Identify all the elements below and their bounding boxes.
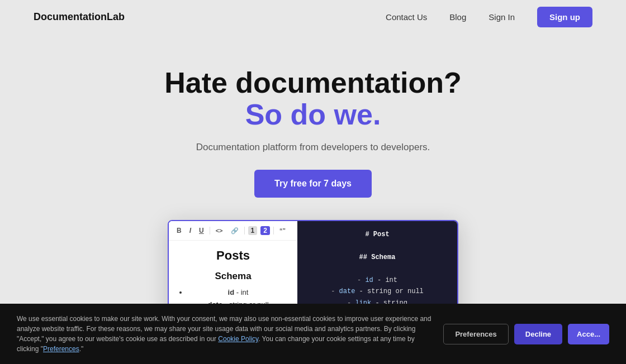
editor-toolbar: B I U <> 🔗 1 2 “” <box>169 221 297 241</box>
preferences-link-inline[interactable]: Preferences <box>43 345 79 353</box>
cookie-actions: Preferences Decline Acce... <box>443 324 609 344</box>
editor-subheading: Schema <box>178 271 288 282</box>
toolbar-link[interactable]: 🔗 <box>229 226 241 236</box>
navbar: DocumentationLab Contact Us Blog Sign In… <box>0 0 626 33</box>
list-item: id - int <box>188 286 288 299</box>
nav-contact-us[interactable]: Contact Us <box>386 12 427 22</box>
nav-sign-in[interactable]: Sign In <box>489 12 515 22</box>
toolbar-underline[interactable]: U <box>197 226 206 236</box>
toolbar-code[interactable]: <> <box>214 226 225 235</box>
cta-try-free-button[interactable]: Try free for 7 days <box>254 170 372 198</box>
toolbar-italic[interactable]: I <box>187 226 193 236</box>
editor-heading: Posts <box>178 248 288 263</box>
toolbar-bold[interactable]: B <box>174 226 184 236</box>
code-line: - date - string or null <box>306 286 448 297</box>
toolbar-separator-1 <box>210 227 210 234</box>
toolbar-separator-3 <box>273 227 274 234</box>
nav-blog[interactable]: Blog <box>449 12 466 22</box>
toolbar-separator-2 <box>244 227 245 234</box>
code-line <box>306 241 448 252</box>
site-logo[interactable]: DocumentationLab <box>34 11 125 23</box>
toolbar-quote[interactable]: “” <box>277 226 288 235</box>
code-line: - id - int <box>306 275 448 286</box>
cookie-banner: We use essential cookies to make our sit… <box>0 304 626 364</box>
code-line: ## Schema <box>306 252 448 263</box>
cookie-policy-link[interactable]: Cookie Policy <box>218 335 258 343</box>
cookie-preferences-button[interactable]: Preferences <box>443 324 508 344</box>
cookie-text: We use essential cookies to make our sit… <box>17 314 432 354</box>
nav-links: Contact Us Blog Sign In Sign up <box>386 7 592 27</box>
code-line <box>306 264 448 275</box>
code-line: # Post <box>306 229 448 240</box>
nav-signup-button[interactable]: Sign up <box>537 7 592 27</box>
cookie-decline-button[interactable]: Decline <box>514 324 562 344</box>
hero-title-line1: Hate documentation? <box>164 67 462 99</box>
hero-description: Documentation platform from developers t… <box>196 142 430 153</box>
cookie-accept-button[interactable]: Acce... <box>568 324 609 344</box>
toolbar-num1[interactable]: 1 <box>248 226 258 235</box>
hero-title-line2: So do we. <box>245 99 381 131</box>
toolbar-num2[interactable]: 2 <box>260 226 270 235</box>
